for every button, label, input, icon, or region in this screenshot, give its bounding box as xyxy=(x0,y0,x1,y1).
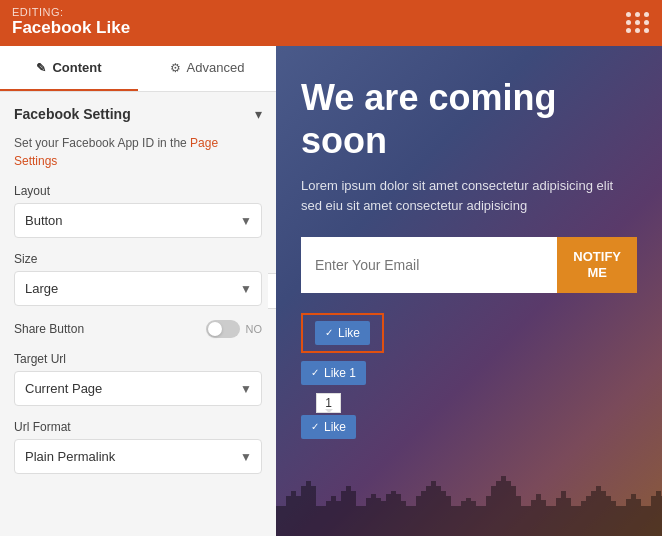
checkmark-icon-2: ✓ xyxy=(311,367,319,378)
main-layout: ✎ Content ⚙ Advanced Facebook Setting ▾ … xyxy=(0,46,662,536)
content-area: We are coming soon Lorem ipsum dolor sit… xyxy=(276,46,662,536)
section-title: Facebook Setting xyxy=(14,106,131,122)
fb-like-button-1[interactable]: ✓ Like xyxy=(315,321,370,345)
url-format-select-wrapper: Plain Permalink Pretty Permalink ▼ xyxy=(14,439,262,474)
fb-like-selected-wrapper: ✓ Like xyxy=(301,313,384,353)
email-input[interactable] xyxy=(301,237,557,292)
sidebar-collapse-handle[interactable]: ‹ xyxy=(268,273,276,309)
header-left: EDITING: Facebook Like xyxy=(12,6,130,38)
layout-label: Layout xyxy=(14,184,262,198)
layout-select[interactable]: Button Box Count Standard xyxy=(14,203,262,238)
size-label: Size xyxy=(14,252,262,266)
tab-content-label: Content xyxy=(52,60,101,75)
share-button-row: Share Button NO xyxy=(14,320,262,338)
tab-advanced-label: Advanced xyxy=(187,60,245,75)
target-url-label: Target Url xyxy=(14,352,262,366)
page-title: Facebook Like xyxy=(12,18,130,38)
target-url-select[interactable]: Current Page Custom URL xyxy=(14,371,262,406)
share-button-label: Share Button xyxy=(14,322,84,336)
grid-dots-icon[interactable] xyxy=(626,12,650,33)
sidebar-content: Facebook Setting ▾ Set your Facebook App… xyxy=(0,92,276,536)
target-url-select-wrapper: Current Page Custom URL ▼ xyxy=(14,371,262,406)
checkmark-icon-1: ✓ xyxy=(325,327,333,338)
setting-text-prefix: Set your Facebook App ID in the xyxy=(14,136,190,150)
share-toggle[interactable] xyxy=(206,320,240,338)
size-select[interactable]: Small Medium Large xyxy=(14,271,262,306)
size-select-wrapper: Small Medium Large ▼ xyxy=(14,271,262,306)
section-collapse-icon[interactable]: ▾ xyxy=(255,106,262,122)
fb-like-with-number: 1 ✓ Like xyxy=(301,393,356,439)
sidebar: ✎ Content ⚙ Advanced Facebook Setting ▾ … xyxy=(0,46,276,536)
pencil-icon: ✎ xyxy=(36,61,46,75)
subtitle-text: Lorem ipsum dolor sit amet consectetur a… xyxy=(301,176,637,215)
sliders-icon: ⚙ xyxy=(170,61,181,75)
toggle-state: NO xyxy=(246,323,263,335)
toggle-right: NO xyxy=(206,320,263,338)
fb-like-count-button[interactable]: ✓ Like 1 xyxy=(301,361,366,385)
tab-content[interactable]: ✎ Content xyxy=(0,46,138,91)
header: EDITING: Facebook Like xyxy=(0,0,662,46)
checkmark-icon-3: ✓ xyxy=(311,421,319,432)
fb-like-button-3[interactable]: ✓ Like xyxy=(301,415,356,439)
facebook-like-section: ✓ Like ✓ Like 1 1 ✓ Like xyxy=(301,313,637,439)
tab-advanced[interactable]: ⚙ Advanced xyxy=(138,46,276,91)
url-format-select[interactable]: Plain Permalink Pretty Permalink xyxy=(14,439,262,474)
tab-bar: ✎ Content ⚙ Advanced xyxy=(0,46,276,92)
setting-description: Set your Facebook App ID in the Page Set… xyxy=(14,134,262,170)
fb-count-box: 1 xyxy=(316,393,341,413)
city-silhouette xyxy=(276,456,662,536)
notify-button[interactable]: NOTIFY ME xyxy=(557,237,637,292)
section-header: Facebook Setting ▾ xyxy=(14,106,262,122)
editing-label: EDITING: xyxy=(12,6,130,18)
coming-soon-heading: We are coming soon xyxy=(301,76,637,162)
email-row: NOTIFY ME xyxy=(301,237,637,292)
layout-select-wrapper: Button Box Count Standard ▼ xyxy=(14,203,262,238)
url-format-label: Url Format xyxy=(14,420,262,434)
